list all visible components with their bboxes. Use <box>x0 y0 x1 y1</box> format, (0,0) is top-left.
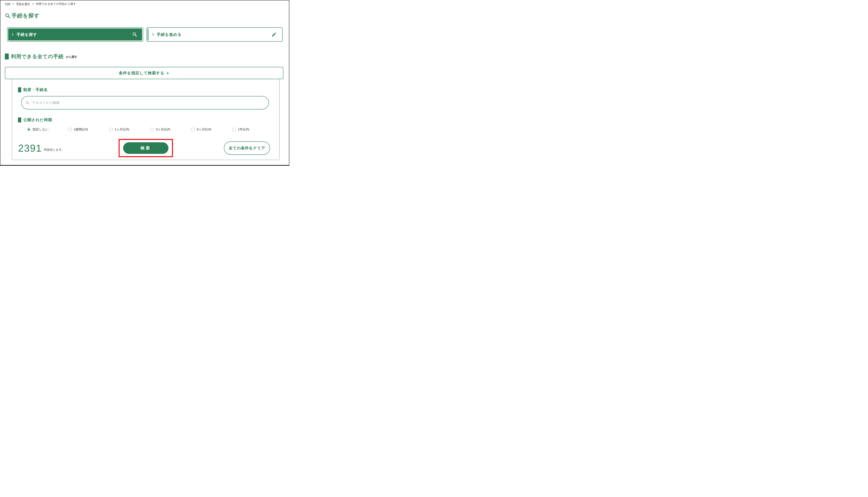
breadcrumb: TOP > 手続を探す > 利用できる全ての手続から探す <box>5 2 285 6</box>
page-content: TOP > 手続を探す > 利用できる全ての手続から探す 手続を探す 手続を探す <box>0 0 289 160</box>
page-title: 手続を探す <box>12 12 40 19</box>
period-field-heading: 公開された時期 <box>18 117 273 123</box>
radio-option-6-months[interactable]: 6ヶ月以内 <box>191 127 232 131</box>
result-count-suffix: 件該当します。 <box>44 148 65 153</box>
pencil-icon <box>272 32 277 37</box>
tab-label: 手続を進める <box>157 32 181 37</box>
text-search-wrap <box>21 96 269 110</box>
result-count-block: 2391 件該当します。 <box>18 143 119 153</box>
radio-icon <box>27 128 31 131</box>
radio-icon <box>109 128 113 131</box>
search-button[interactable]: 検索 <box>123 142 168 154</box>
breadcrumb-separator: > <box>12 2 14 5</box>
tab-label: 手続を探す <box>16 32 37 37</box>
radio-icon <box>150 128 154 131</box>
search-icon <box>5 13 10 18</box>
radio-label: 指定しない <box>32 127 49 131</box>
condition-toggle-bar[interactable]: 条件を指定して検索する ▲ <box>5 67 284 79</box>
breadcrumb-current: 利用できる全ての手続から探す <box>36 2 76 5</box>
tab-proceed-procedure[interactable]: 手続を進める <box>147 27 283 42</box>
condition-toggle-label: 条件を指定して検索する <box>119 70 164 76</box>
text-search-input[interactable] <box>21 96 269 110</box>
radio-option-1-week[interactable]: 1週間以内 <box>68 127 109 131</box>
period-field-label: 公開された時期 <box>23 117 52 123</box>
name-field-label: 制度・手続名 <box>23 87 48 93</box>
name-field-heading: 制度・手続名 <box>18 87 273 93</box>
search-icon <box>132 32 137 37</box>
chevron-right-icon <box>12 33 14 36</box>
tab-bar: 手続を探す 手続を進める <box>7 27 283 42</box>
clear-all-conditions-button[interactable]: 全ての条件をクリア <box>224 141 270 155</box>
radio-label: 1週間以内 <box>74 127 88 131</box>
period-radio-group: 指定しない 1週間以内 1ヶ月以内 3ヶ月以内 6ヶ月以内 1年以内 <box>27 127 273 131</box>
field-marker <box>18 117 21 123</box>
breadcrumb-separator: > <box>32 2 34 5</box>
chevron-right-icon <box>152 33 154 36</box>
radio-option-no-limit[interactable]: 指定しない <box>27 127 68 131</box>
radio-icon <box>68 128 72 131</box>
radio-label: 6ヶ月以内 <box>197 127 211 131</box>
breadcrumb-link-top[interactable]: TOP <box>5 2 11 5</box>
section-marker <box>5 54 9 59</box>
radio-option-3-months[interactable]: 3ヶ月以内 <box>150 127 191 131</box>
radio-option-1-month[interactable]: 1ヶ月以内 <box>109 127 150 131</box>
radio-option-1-year[interactable]: 1年以内 <box>232 127 273 131</box>
section-title-suffix: から探す <box>66 55 77 59</box>
triangle-up-icon: ▲ <box>166 71 169 75</box>
breadcrumb-link-search[interactable]: 手続を探す <box>16 2 30 5</box>
clear-button-block: 全ての条件をクリア <box>173 141 274 155</box>
tab-find-procedure[interactable]: 手続を探す <box>7 27 143 42</box>
radio-label: 1年以内 <box>238 127 249 131</box>
section-title: 利用できる全ての手続 <box>11 54 64 59</box>
radio-label: 1ヶ月以内 <box>115 127 129 131</box>
field-marker <box>18 87 21 93</box>
search-icon <box>26 101 30 105</box>
radio-label: 3ヶ月以内 <box>156 127 170 131</box>
radio-icon <box>232 128 236 131</box>
panel-bottom-row: 2391 件該当します。 検索 全ての条件をクリア <box>18 139 273 157</box>
search-condition-panel: 制度・手続名 公開された時期 指定しない 1週間以内 1ヶ月以内 <box>12 79 279 160</box>
page-title-row: 手続を探す <box>5 12 285 19</box>
section-heading: 利用できる全ての手続 から探す <box>5 54 285 59</box>
highlight-box: 検索 <box>119 139 173 157</box>
result-count: 2391 <box>18 143 42 153</box>
radio-icon <box>191 128 195 131</box>
